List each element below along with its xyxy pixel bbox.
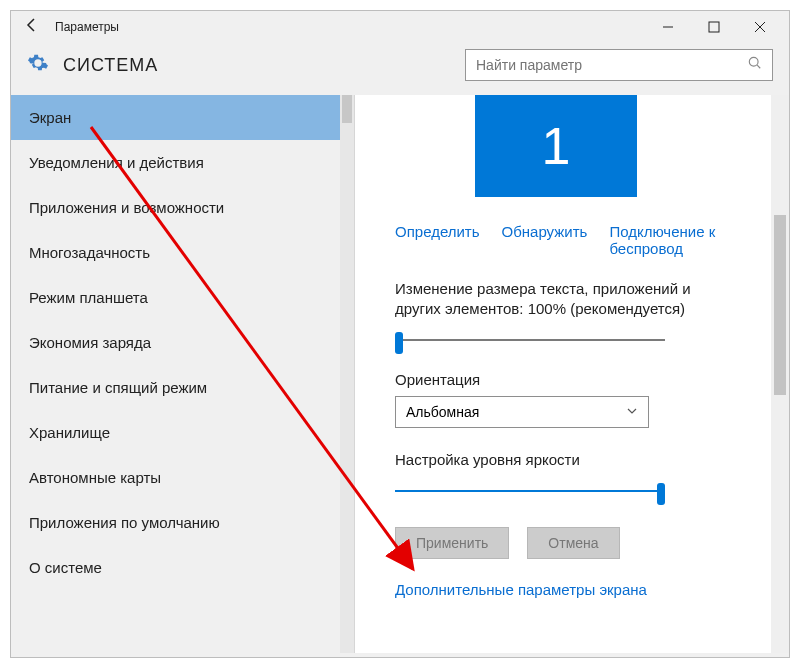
advanced-display-link[interactable]: Дополнительные параметры экрана [395, 581, 789, 598]
wireless-connect-link[interactable]: Подключение к беспровод [609, 223, 789, 257]
sidebar-item-4[interactable]: Режим планшета [11, 275, 354, 320]
close-button[interactable] [737, 11, 783, 43]
section-title: СИСТЕМА [63, 55, 158, 76]
titlebar: Параметры [11, 11, 789, 43]
sidebar-item-8[interactable]: Автономные карты [11, 455, 354, 500]
minimize-button[interactable] [645, 11, 691, 43]
svg-point-4 [749, 57, 758, 66]
sidebar-scrollbar[interactable] [340, 95, 354, 653]
maximize-button[interactable] [691, 11, 737, 43]
chevron-down-icon [626, 404, 638, 420]
sidebar-item-7[interactable]: Хранилище [11, 410, 354, 455]
apply-button[interactable]: Применить [395, 527, 509, 559]
svg-rect-1 [709, 22, 719, 32]
scale-slider[interactable] [395, 328, 665, 352]
sidebar-item-1[interactable]: Уведомления и действия [11, 140, 354, 185]
sidebar-item-10[interactable]: О системе [11, 545, 354, 590]
content-pane: 1 Определить Обнаружить Подключение к бе… [355, 95, 789, 653]
monitor-id: 1 [542, 116, 571, 176]
content-scrollbar[interactable] [771, 95, 789, 653]
sidebar-item-5[interactable]: Экономия заряда [11, 320, 354, 365]
search-icon [748, 56, 762, 74]
scale-label: Изменение размера текста, приложений и д… [395, 279, 735, 318]
sidebar-item-0[interactable]: Экран [11, 95, 354, 140]
brightness-label: Настройка уровня яркости [395, 450, 735, 470]
sidebar-item-9[interactable]: Приложения по умолчанию [11, 500, 354, 545]
window-title: Параметры [47, 20, 119, 34]
search-input[interactable] [476, 57, 748, 73]
brightness-slider[interactable] [395, 479, 665, 503]
identify-link[interactable]: Определить [395, 223, 480, 257]
search-box[interactable] [465, 49, 773, 81]
sidebar-item-2[interactable]: Приложения и возможности [11, 185, 354, 230]
sidebar-item-3[interactable]: Многозадачность [11, 230, 354, 275]
sidebar-item-6[interactable]: Питание и спящий режим [11, 365, 354, 410]
gear-icon [27, 52, 49, 78]
back-button[interactable] [17, 17, 47, 37]
detect-link[interactable]: Обнаружить [502, 223, 588, 257]
cancel-button[interactable]: Отмена [527, 527, 619, 559]
orientation-value: Альбомная [406, 404, 479, 420]
svg-line-5 [757, 65, 760, 68]
orientation-select[interactable]: Альбомная [395, 396, 649, 428]
header: СИСТЕМА [11, 43, 789, 95]
monitor-preview[interactable]: 1 [475, 95, 637, 197]
sidebar: ЭкранУведомления и действияПриложения и … [11, 95, 355, 653]
orientation-label: Ориентация [395, 370, 735, 390]
